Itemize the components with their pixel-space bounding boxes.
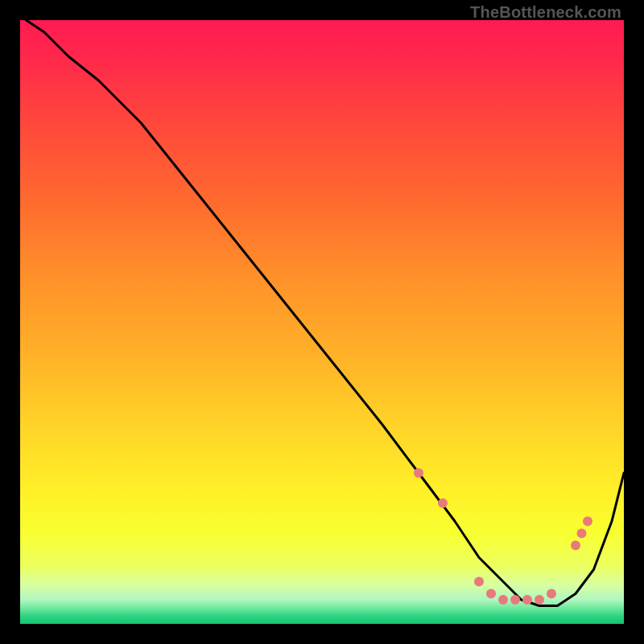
chart-svg [20, 20, 624, 624]
highlight-point [438, 498, 448, 508]
highlight-points [414, 469, 592, 605]
highlight-point [571, 541, 580, 551]
watermark-text: TheBottleneck.com [470, 3, 621, 22]
highlight-point [535, 595, 544, 605]
highlight-point [474, 577, 484, 587]
chart-container: TheBottleneck.com [0, 0, 644, 644]
highlight-point [547, 589, 556, 599]
highlight-point [498, 595, 508, 605]
bottleneck-curve [27, 20, 625, 606]
highlight-point [583, 517, 592, 526]
highlight-point [510, 595, 520, 605]
highlight-point [522, 595, 532, 605]
highlight-point [414, 469, 423, 478]
plot-area [20, 20, 624, 624]
highlight-point [486, 589, 496, 599]
highlight-point [577, 529, 587, 539]
